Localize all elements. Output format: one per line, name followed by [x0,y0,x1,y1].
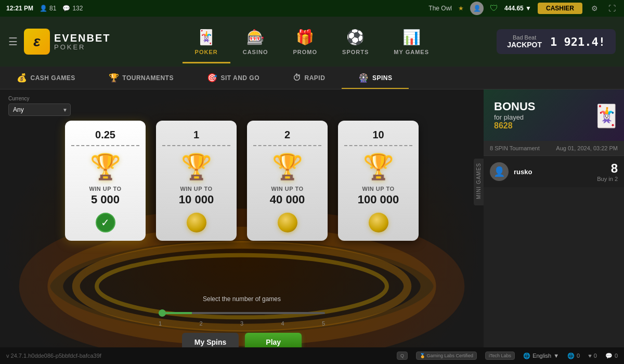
tick-1: 1 [159,320,162,327]
tournament-header: 8 SPIN Tournament Aug 01, 2024, 03:22 PM [484,141,624,155]
player-name: rusko [514,168,532,176]
card-divider [253,145,321,146]
users-stat: 👤 81 [40,5,56,12]
currency-wrapper: Any USD EUR BTC ▼ [8,103,71,116]
nav-item-sports[interactable]: ⚽ SPORTS [330,24,381,59]
card-select-button-2[interactable] [278,213,297,232]
nav-label-promo: PROMO [293,49,318,55]
nav-label-poker: POKER [195,49,218,55]
language-chevron-icon: ▼ [553,353,559,359]
games-count-slider[interactable] [159,312,325,314]
top-bar-left: 12:21 PM 👤 81 💬 132 [6,5,83,12]
globe-icon: 🌐 [523,353,530,359]
card-divider [344,145,412,146]
sports-icon: ⚽ [346,29,365,46]
buy-in-label: Buy in 2 [597,176,618,182]
subnav-rapid[interactable]: ⏱ RAPID [276,67,342,89]
mini-games-tab[interactable]: MINI GAMES [474,159,484,205]
subnav-cash-games[interactable]: 💰 CASH GAMES [0,67,92,89]
user-icon: 👤 [40,5,47,12]
win-label-025: WIN UP TO [89,186,121,192]
spin-card-10[interactable]: 10 🏆 WIN UP TO 100 000 [338,121,419,241]
hamburger-menu[interactable]: ☰ [8,35,18,48]
card-select-button-10[interactable] [369,213,388,232]
spin-card-025[interactable]: 0.25 🏆 WIN UP TO 5 000 ✓ [65,121,146,241]
win-amount-2: 40 000 [270,193,305,206]
card-bottom-10 [344,213,412,232]
nav-item-casino[interactable]: 🎰 CASINO [230,24,281,59]
language-selector[interactable]: 🌐 English ▼ [523,353,559,359]
jackpot-value: 1 921.4! [550,35,605,48]
globe-stat-count: 0 [577,353,580,359]
trophy-icon-1: 🏆 [181,152,212,181]
card-select-button-1[interactable] [187,213,206,232]
card-value-10: 10 [372,129,384,141]
heart-stat-icon: ♥ [588,353,592,359]
logo-name: EVENBET [54,32,110,44]
left-panel: Currency Any USD EUR BTC ▼ 0.25 🏆 WIN UP… [0,89,484,364]
bottom-stat-globe: 🌐 0 [567,353,580,359]
right-panel: BONUS for played 8628 🃏 8 SPIN Tournamen… [484,89,624,364]
bonus-cards-visual: 🃏 [593,102,620,128]
mini-games-label: MINI GAMES [476,163,482,199]
slider-wrapper [159,307,325,316]
nav-label-sports: SPORTS [342,49,369,55]
casino-icon: 🎰 [246,29,265,46]
tournament-player-info: rusko [514,168,532,176]
bottom-bar: v 24.7.1.h0dde086-p5bbfdcf-bafca39f Q 🏅 … [0,347,624,364]
currency-select[interactable]: Any USD EUR BTC [8,103,71,116]
fullscreen-icon[interactable]: ⛶ [606,3,618,14]
nav-item-my-games[interactable]: 📊 MY GAMES [381,24,441,59]
trophy-icon-2: 🏆 [272,152,303,181]
jackpot-info: Bad Beat JACKPOT [507,34,542,49]
cashier-button[interactable]: CASHIER [538,3,582,14]
cash-games-icon: 💰 [17,73,28,83]
slider-section: Select the number of games 1 2 3 4 5 [159,295,325,327]
tournament-name-header: 8 SPIN Tournament [490,145,540,151]
card-value-2: 2 [284,129,290,141]
trophy-icon-025: 🏆 [90,152,121,181]
shield-icon: 🛡 [490,4,498,13]
subnav-spins[interactable]: 🎡 SPINS [342,67,409,89]
balance-value: 444.65 [504,5,524,12]
subnav-sit-and-go[interactable]: 🎯 SIT AND GO [190,67,276,89]
spins-label: SPINS [372,74,393,82]
nav-label-my-games: MY GAMES [394,49,429,55]
settings-icon[interactable]: ⚙ [589,3,600,14]
tick-3: 3 [240,320,243,327]
header: ☰ ε EVENBET POKER 🃏 POKER 🎰 CASINO 🎁 PRO… [0,17,624,67]
spin-cards-area: 0.25 🏆 WIN UP TO 5 000 ✓ 1 🏆 WIN UP TO 1… [0,121,484,241]
bottom-bar-right: Q 🏅 Gaming Labs Certified iTech Labs 🌐 E… [397,352,618,360]
jackpot-label: Bad Beat [507,34,542,41]
trophy-icon-10: 🏆 [363,152,394,181]
score-number: 8 [597,161,618,176]
messages-count: 132 [72,5,83,12]
bottom-controls: Select the number of games 1 2 3 4 5 My … [0,295,484,352]
win-amount-10: 100 000 [358,193,399,206]
username-label: The Owl [428,5,452,12]
tournaments-label: TOURNAMENTS [122,74,174,82]
promo-icon: 🎁 [296,29,314,46]
version-label: v 24.7.1.h0dde086-p5bbfdcf-bafca39f [6,353,101,359]
tournament-date: Aug 01, 2024, 03:22 PM [556,145,618,151]
spin-card-2[interactable]: 2 🏆 WIN UP TO 40 000 [247,121,328,241]
nav-item-promo[interactable]: 🎁 PROMO [281,24,330,59]
bonus-banner: BONUS for played 8628 🃏 [484,89,624,141]
itech-badge: iTech Labs [485,352,515,360]
spin-card-1[interactable]: 1 🏆 WIN UP TO 10 000 [156,121,237,241]
q-button[interactable]: Q [397,352,408,360]
card-bottom-025: ✓ [71,213,139,232]
globe-stat-icon: 🌐 [567,353,575,359]
tournament-info: 👤 rusko 8 Buy in 2 [484,155,624,187]
subnav-tournaments[interactable]: 🏆 TOURNAMENTS [92,67,190,89]
sub-nav: 💰 CASH GAMES 🏆 TOURNAMENTS 🎯 SIT AND GO … [0,67,624,89]
jackpot-area: Bad Beat JACKPOT 1 921.4! [497,29,616,54]
clock: 12:21 PM [6,5,33,12]
tick-5: 5 [322,320,325,327]
main-content: Currency Any USD EUR BTC ▼ 0.25 🏆 WIN UP… [0,89,624,364]
card-value-025: 0.25 [95,129,115,141]
balance-arrow: ▼ [525,5,531,12]
slider-label: Select the number of games [203,295,281,303]
nav-item-poker[interactable]: 🃏 POKER [183,24,230,59]
heart-stat-count: 0 [594,353,597,359]
